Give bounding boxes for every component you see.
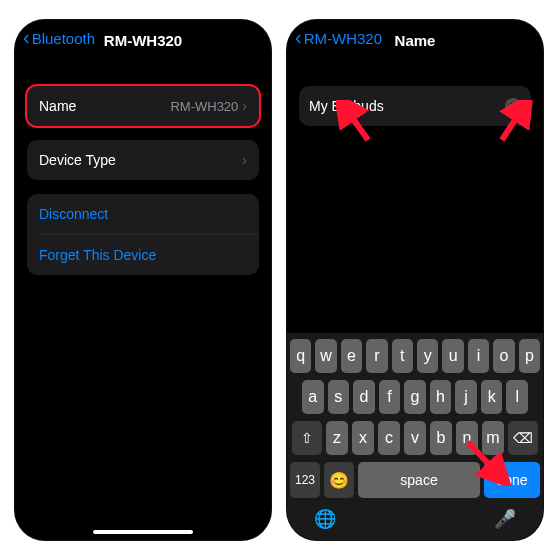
key-i[interactable]: i [468, 339, 489, 373]
key-k[interactable]: k [481, 380, 503, 414]
settings-list: Name RM-WH320 › Device Type › Disconnect… [15, 86, 271, 275]
edit-name-screen: ‹ RM-WH320 Name My Earbuds ✕ qwertyuiop … [287, 20, 543, 540]
keyboard-footer: 🌐 🎤 [290, 504, 540, 536]
key-b[interactable]: b [430, 421, 452, 455]
keyboard-row-2: asdfghjkl [290, 380, 540, 414]
nav-bar: ‹ Bluetooth RM-WH320 [15, 20, 271, 64]
device-type-row[interactable]: Device Type › [27, 140, 259, 180]
nav-title: Name [287, 32, 543, 49]
key-s[interactable]: s [328, 380, 350, 414]
key-x[interactable]: x [352, 421, 374, 455]
key-m[interactable]: m [482, 421, 504, 455]
key-r[interactable]: r [366, 339, 387, 373]
name-row-value: RM-WH320 [170, 99, 238, 114]
shift-key[interactable]: ⇧ [292, 421, 322, 455]
chevron-right-icon: › [242, 152, 247, 168]
key-d[interactable]: d [353, 380, 375, 414]
keyboard-row-3: ⇧zxcvbnm⌫ [290, 421, 540, 455]
chevron-right-icon: › [242, 98, 247, 114]
forget-label: Forget This Device [39, 247, 156, 263]
key-t[interactable]: t [392, 339, 413, 373]
device-type-label: Device Type [39, 152, 242, 168]
numbers-key[interactable]: 123 [290, 462, 320, 498]
clear-text-icon[interactable]: ✕ [505, 98, 521, 114]
device-details-screen: ‹ Bluetooth RM-WH320 Name RM-WH320 › Dev… [15, 20, 271, 540]
key-c[interactable]: c [378, 421, 400, 455]
key-w[interactable]: w [315, 339, 336, 373]
home-indicator[interactable] [93, 530, 193, 534]
key-q[interactable]: q [290, 339, 311, 373]
name-input-row[interactable]: My Earbuds ✕ [299, 86, 531, 126]
key-n[interactable]: n [456, 421, 478, 455]
emoji-key[interactable]: 😊 [324, 462, 354, 498]
backspace-key[interactable]: ⌫ [508, 421, 538, 455]
disconnect-label: Disconnect [39, 206, 108, 222]
keyboard: qwertyuiop asdfghjkl ⇧zxcvbnm⌫ 123 😊 spa… [287, 333, 543, 540]
keyboard-row-1: qwertyuiop [290, 339, 540, 373]
key-z[interactable]: z [326, 421, 348, 455]
actions-group: Disconnect Forget This Device [27, 194, 259, 275]
name-input[interactable]: My Earbuds [309, 98, 505, 114]
key-v[interactable]: v [404, 421, 426, 455]
key-j[interactable]: j [455, 380, 477, 414]
name-row-label: Name [39, 98, 170, 114]
key-l[interactable]: l [506, 380, 528, 414]
keyboard-row-bottom: 123 😊 space done [290, 462, 540, 498]
key-e[interactable]: e [341, 339, 362, 373]
key-f[interactable]: f [379, 380, 401, 414]
forget-device-button[interactable]: Forget This Device [27, 235, 259, 275]
space-key[interactable]: space [358, 462, 480, 498]
mic-icon[interactable]: 🎤 [494, 508, 516, 530]
key-a[interactable]: a [302, 380, 324, 414]
name-row[interactable]: Name RM-WH320 › [27, 86, 259, 126]
key-y[interactable]: y [417, 339, 438, 373]
key-h[interactable]: h [430, 380, 452, 414]
globe-icon[interactable]: 🌐 [314, 508, 336, 530]
key-o[interactable]: o [493, 339, 514, 373]
key-p[interactable]: p [519, 339, 540, 373]
key-g[interactable]: g [404, 380, 426, 414]
disconnect-button[interactable]: Disconnect [27, 194, 259, 234]
nav-title: RM-WH320 [15, 32, 271, 49]
key-u[interactable]: u [442, 339, 463, 373]
nav-bar: ‹ RM-WH320 Name [287, 20, 543, 64]
done-key[interactable]: done [484, 462, 540, 498]
